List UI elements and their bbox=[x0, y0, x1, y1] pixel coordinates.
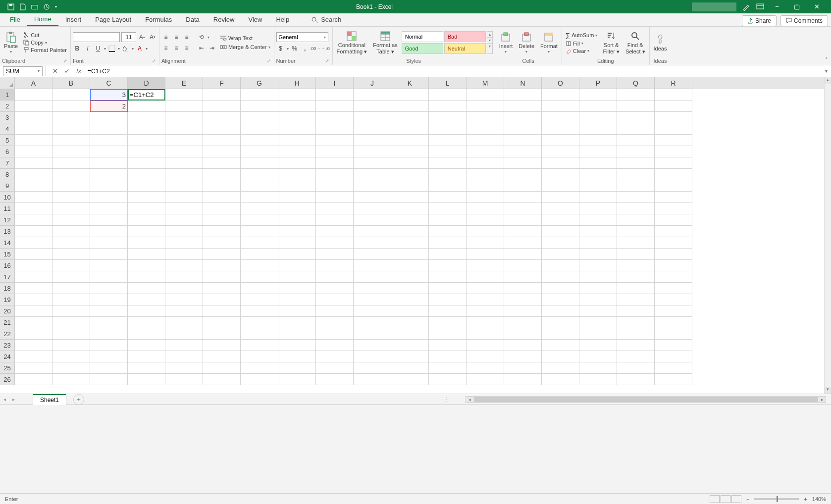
cell-D18[interactable] bbox=[128, 283, 165, 294]
cell-L10[interactable] bbox=[429, 192, 467, 203]
cell-L8[interactable] bbox=[429, 169, 467, 180]
scroll-down-icon[interactable]: ▾ bbox=[825, 387, 831, 394]
comments-button[interactable]: Comments bbox=[780, 15, 828, 26]
cell-N7[interactable] bbox=[504, 157, 542, 169]
cell-I5[interactable] bbox=[316, 135, 354, 146]
cell-B5[interactable] bbox=[52, 135, 90, 146]
cell-M10[interactable] bbox=[467, 192, 504, 203]
scroll-left-icon[interactable]: ◂ bbox=[466, 397, 473, 402]
decrease-font-icon[interactable]: A▾ bbox=[148, 33, 157, 42]
cell-I26[interactable] bbox=[316, 374, 354, 385]
row-header-4[interactable]: 4 bbox=[0, 123, 15, 135]
tab-data[interactable]: Data bbox=[179, 13, 206, 26]
cell-L6[interactable] bbox=[429, 146, 467, 157]
cell-J2[interactable] bbox=[354, 101, 391, 112]
cell-G19[interactable] bbox=[241, 294, 278, 305]
cancel-formula-icon[interactable]: ✕ bbox=[49, 67, 61, 75]
row-header-8[interactable]: 8 bbox=[0, 169, 15, 180]
increase-decimal-icon[interactable]: .00→ bbox=[311, 44, 320, 53]
cell-K11[interactable] bbox=[391, 203, 429, 214]
cell-I2[interactable] bbox=[316, 101, 354, 112]
cell-G24[interactable] bbox=[241, 351, 278, 362]
cell-Q19[interactable] bbox=[617, 294, 655, 305]
cell-E11[interactable] bbox=[165, 203, 203, 214]
cell-Q1[interactable] bbox=[617, 89, 655, 101]
cell-O12[interactable] bbox=[542, 214, 579, 226]
cell-K2[interactable] bbox=[391, 101, 429, 112]
cell-M3[interactable] bbox=[467, 112, 504, 123]
tab-formulas[interactable]: Formulas bbox=[138, 13, 179, 26]
cell-I18[interactable] bbox=[316, 283, 354, 294]
cell-E3[interactable] bbox=[165, 112, 203, 123]
row-header-3[interactable]: 3 bbox=[0, 112, 15, 123]
cell-F1[interactable] bbox=[203, 89, 241, 101]
cell-Q8[interactable] bbox=[617, 169, 655, 180]
format-cells-button[interactable]: Format▾ bbox=[538, 30, 560, 55]
cell-K9[interactable] bbox=[391, 180, 429, 192]
cell-R25[interactable] bbox=[655, 362, 692, 374]
cell-I12[interactable] bbox=[316, 214, 354, 226]
cell-M15[interactable] bbox=[467, 249, 504, 260]
cell-J13[interactable] bbox=[354, 226, 391, 237]
cell-L20[interactable] bbox=[429, 305, 467, 317]
cell-E6[interactable] bbox=[165, 146, 203, 157]
cell-L2[interactable] bbox=[429, 101, 467, 112]
cell-O3[interactable] bbox=[542, 112, 579, 123]
cell-Q2[interactable] bbox=[617, 101, 655, 112]
cell-M13[interactable] bbox=[467, 226, 504, 237]
cell-R13[interactable] bbox=[655, 226, 692, 237]
cell-K19[interactable] bbox=[391, 294, 429, 305]
cell-H14[interactable] bbox=[278, 237, 316, 249]
cell-E22[interactable] bbox=[165, 328, 203, 340]
cell-L9[interactable] bbox=[429, 180, 467, 192]
clear-button[interactable]: Clear▾ bbox=[564, 48, 599, 54]
cell-Q26[interactable] bbox=[617, 374, 655, 385]
cell-J19[interactable] bbox=[354, 294, 391, 305]
row-header-21[interactable]: 21 bbox=[0, 317, 15, 328]
cell-P15[interactable] bbox=[579, 249, 617, 260]
cell-F16[interactable] bbox=[203, 260, 241, 271]
cell-P7[interactable] bbox=[579, 157, 617, 169]
cell-M20[interactable] bbox=[467, 305, 504, 317]
cell-O16[interactable] bbox=[542, 260, 579, 271]
ideas-button[interactable]: Ideas bbox=[652, 33, 669, 53]
cell-M25[interactable] bbox=[467, 362, 504, 374]
cell-N12[interactable] bbox=[504, 214, 542, 226]
cell-C19[interactable] bbox=[90, 294, 128, 305]
cell-D20[interactable] bbox=[128, 305, 165, 317]
cell-G26[interactable] bbox=[241, 374, 278, 385]
cell-M6[interactable] bbox=[467, 146, 504, 157]
italic-button[interactable]: I bbox=[83, 44, 92, 53]
style-good[interactable]: Good bbox=[402, 43, 443, 54]
cell-B25[interactable] bbox=[52, 362, 90, 374]
cell-G14[interactable] bbox=[241, 237, 278, 249]
cell-G13[interactable] bbox=[241, 226, 278, 237]
cell-C1[interactable]: 3 bbox=[90, 89, 128, 101]
cell-G17[interactable] bbox=[241, 271, 278, 283]
cell-I22[interactable] bbox=[316, 328, 354, 340]
cell-C11[interactable] bbox=[90, 203, 128, 214]
cell-P14[interactable] bbox=[579, 237, 617, 249]
cell-O11[interactable] bbox=[542, 203, 579, 214]
cell-G10[interactable] bbox=[241, 192, 278, 203]
tab-view[interactable]: View bbox=[241, 13, 269, 26]
row-header-7[interactable]: 7 bbox=[0, 157, 15, 169]
save-icon[interactable] bbox=[7, 3, 14, 10]
underline-button[interactable]: U bbox=[94, 44, 103, 53]
cell-I19[interactable] bbox=[316, 294, 354, 305]
cell-R9[interactable] bbox=[655, 180, 692, 192]
cell-G25[interactable] bbox=[241, 362, 278, 374]
cell-M21[interactable] bbox=[467, 317, 504, 328]
cell-H2[interactable] bbox=[278, 101, 316, 112]
cell-C7[interactable] bbox=[90, 157, 128, 169]
cell-M17[interactable] bbox=[467, 271, 504, 283]
cell-P1[interactable] bbox=[579, 89, 617, 101]
cell-F6[interactable] bbox=[203, 146, 241, 157]
cell-I7[interactable] bbox=[316, 157, 354, 169]
cell-N17[interactable] bbox=[504, 271, 542, 283]
cell-E19[interactable] bbox=[165, 294, 203, 305]
number-launcher-icon[interactable]: ⤢ bbox=[325, 58, 330, 63]
cell-N14[interactable] bbox=[504, 237, 542, 249]
cell-A20[interactable] bbox=[15, 305, 52, 317]
cell-J4[interactable] bbox=[354, 123, 391, 135]
